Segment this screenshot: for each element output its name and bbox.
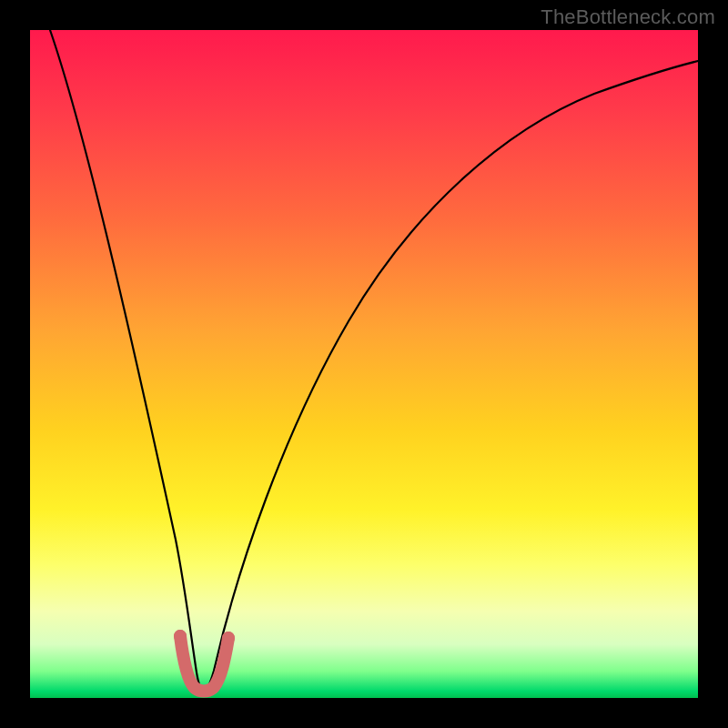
outer-frame: TheBottleneck.com: [0, 0, 728, 728]
chart-overlay: [30, 30, 698, 698]
marker-dot-right: [222, 632, 235, 644]
bottleneck-curve: [50, 30, 698, 693]
optimal-zone-marker: [180, 636, 228, 692]
watermark-text: TheBottleneck.com: [541, 5, 715, 29]
marker-dot-left: [174, 630, 187, 642]
